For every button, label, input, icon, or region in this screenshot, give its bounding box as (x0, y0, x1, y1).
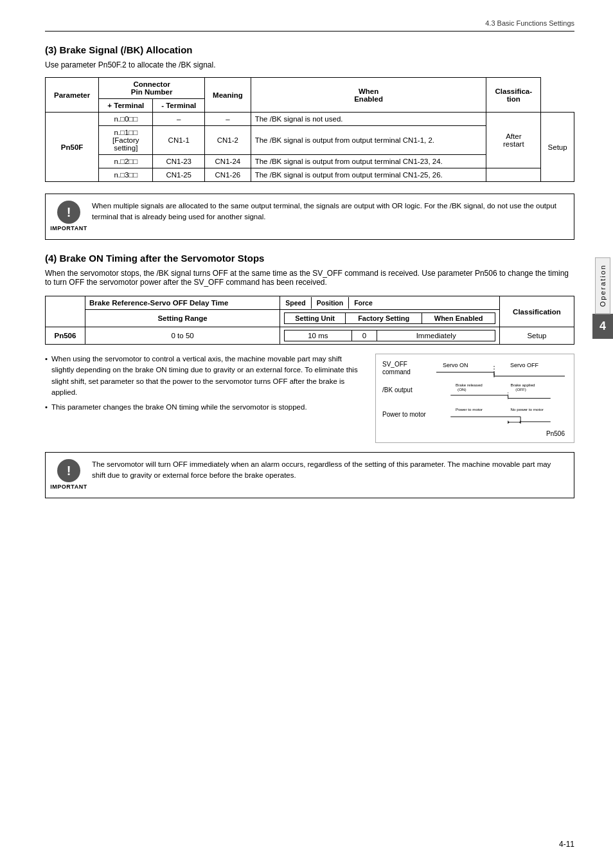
important-label-2: IMPORTANT (50, 484, 87, 490)
important-text-1: When multiple signals are allocated to t… (92, 201, 565, 223)
important-icon-1: ! IMPORTANT (55, 201, 83, 233)
row3-meaning: The /BK signal is output from output ter… (251, 168, 486, 182)
header-text: 4.3 Basic Functions Settings (485, 19, 574, 27)
pn506-th-range: Setting Range (85, 310, 280, 327)
td-unit: 10 ms (285, 330, 351, 341)
svg-text:(OFF): (OFF) (515, 387, 526, 392)
col-plus-terminal: + Terminal (99, 99, 153, 113)
inner-table: Setting Unit Factory Setting When Enable… (284, 312, 495, 324)
pn506-data-row-2: Pn506 0 to 50 10 ms 0 Immediately Setup (46, 327, 574, 345)
row2-meaning: The /BK signal is output from output ter… (251, 155, 486, 168)
bullet-list: When using the servomotor to control a v… (45, 354, 362, 413)
td-when-enabled: Immediately (377, 330, 495, 341)
important-label-1: IMPORTANT (50, 225, 87, 231)
sv-off-label: SV_OFFcommand (382, 361, 434, 376)
sv-off-signal: Servo ON Servo OFF (434, 359, 567, 377)
row1-setting: n.□1□□[Factorysetting] (99, 126, 153, 155)
page: 4.3 Basic Functions Settings (3) Brake S… (0, 0, 613, 868)
row0-meaning: The /BK signal is not used. (251, 113, 486, 126)
row3-when-enabled (486, 168, 541, 182)
side-tab: Operation 4 (592, 257, 613, 339)
col-meaning: Meaning (205, 78, 251, 113)
bk-label: /BK output (382, 386, 434, 394)
pn506-table-inner: Brake Reference-Servo OFF Delay Time Spe… (45, 296, 574, 345)
bullet-item-2: This parameter changes the brake ON timi… (45, 402, 362, 413)
svg-text:Brake applied: Brake applied (511, 383, 536, 387)
pn506-td-class: Setup (499, 327, 574, 345)
bullet-item-1: When using the servomotor to control a v… (45, 354, 362, 398)
col-minus-terminal: - Terminal (153, 99, 205, 113)
page-number: 4-11 (559, 840, 574, 849)
pn506-th-class: Classification (499, 296, 574, 327)
sv-off-svg: Servo ON Servo OFF (434, 359, 567, 377)
col-parameter: Parameter (46, 78, 99, 113)
pn506-th-desc: Brake Reference-Servo OFF Delay Time (85, 296, 280, 310)
col-connector: ConnectorPin Number (99, 78, 205, 99)
pn506-td-range: 0 to 50 (85, 327, 280, 345)
row3-plus: CN1-25 (153, 168, 205, 182)
row2-setting: n.□2□□ (99, 155, 153, 168)
pn506-td-rest: 10 ms 0 Immediately (280, 327, 500, 345)
pn506-table-wrapper: Brake Reference-Servo OFF Delay Time Spe… (45, 296, 574, 345)
row2-minus: CN1-24 (205, 155, 251, 168)
svg-marker-14 (519, 421, 520, 423)
timing-row-sv-off: SV_OFFcommand Servo ON Servo OFF (382, 359, 567, 377)
section3-title: (3) Brake Signal (/BK) Allocation (45, 44, 574, 55)
side-tab-label: Operation (595, 257, 610, 314)
table-row: n.□3□□ CN1-25 CN1-26 The /BK signal is o… (46, 168, 574, 182)
pn50f-table-wrapper: Parameter ConnectorPin Number Meaning Wh… (45, 77, 574, 182)
pn506-diagram-label: Pn506 (382, 430, 567, 437)
row2-plus: CN1-23 (153, 155, 205, 168)
inner-enabled: When Enabled (422, 313, 495, 324)
pn506-th-spf: Speed Position Force (280, 296, 500, 310)
exclamation-icon: ! (57, 201, 80, 224)
bk-svg: Brake released (ON) Brake applied (OFF) (434, 381, 567, 399)
pn506-th-unit-factory-enabled: Setting Unit Factory Setting When Enable… (280, 310, 500, 327)
section4-title: (4) Brake ON Timing after the Servomotor… (45, 253, 574, 264)
section4-content: When using the servomotor to control a v… (45, 354, 574, 443)
inner-data-table: 10 ms 0 Immediately (284, 330, 495, 341)
col-classification: Classifica-tion (486, 78, 541, 113)
power-signal: Power to motor No power to motor (434, 406, 567, 424)
side-tab-number: 4 (592, 314, 613, 339)
col-when-enabled: WhenEnabled (251, 78, 486, 113)
svg-text:Servo ON: Servo ON (443, 362, 468, 368)
important-icon-2: ! IMPORTANT (55, 459, 83, 491)
row3-setting: n.□3□□ (99, 168, 153, 182)
section4-right: SV_OFFcommand Servo ON Servo OFF (375, 354, 574, 443)
important-box-1: ! IMPORTANT When multiple signals are al… (45, 194, 574, 240)
row1-plus: CN1-1 (153, 126, 205, 155)
important-box-2: ! IMPORTANT The servomotor will turn OFF… (45, 452, 574, 498)
row3-minus: CN1-26 (205, 168, 251, 182)
pn50f-label: Pn50F (46, 113, 99, 182)
page-header: 4.3 Basic Functions Settings (45, 19, 574, 32)
svg-text:No power to motor: No power to motor (511, 407, 544, 411)
table-row: Pn50F n.□0□□ – – The /BK signal is not u… (46, 113, 574, 126)
section3-subtitle: Use parameter Pn50F.2 to allocate the /B… (45, 60, 574, 69)
pn50f-table: Parameter ConnectorPin Number Meaning Wh… (45, 77, 574, 182)
svg-text:Power to motor: Power to motor (456, 407, 483, 411)
important-text-2: The servomotor will turn OFF immediately… (92, 459, 565, 482)
power-svg: Power to motor No power to motor (434, 406, 567, 424)
classification-cell: Setup (541, 113, 574, 182)
timing-row-power: Power to motor Power to motor No power t… (382, 403, 567, 426)
exclamation-icon-2: ! (57, 459, 80, 482)
svg-text:Servo OFF: Servo OFF (510, 362, 539, 368)
pn506-th-label (46, 296, 85, 327)
power-label: Power to motor (382, 411, 434, 419)
svg-text:Brake released: Brake released (456, 383, 483, 387)
row0-plus: – (153, 113, 205, 126)
pn506-td-label: Pn506 (46, 327, 85, 345)
section4-intro: When the servomotor stops, the /BK signa… (45, 269, 574, 287)
timing-row-bk: /BK output Brake released (ON) Brake app… (382, 381, 567, 399)
section4-left: When using the servomotor to control a v… (45, 354, 362, 443)
bk-signal: Brake released (ON) Brake applied (OFF) (434, 381, 567, 399)
row1-meaning: The /BK signal is output from output ter… (251, 126, 486, 155)
timing-diagram: SV_OFFcommand Servo ON Servo OFF (375, 354, 574, 443)
row1-minus: CN1-2 (205, 126, 251, 155)
row0-minus: – (205, 113, 251, 126)
inner-factory: Factory Setting (345, 313, 422, 324)
svg-text:(ON): (ON) (458, 387, 466, 392)
svg-marker-13 (508, 421, 510, 423)
when-enabled-cell: Afterrestart (486, 113, 541, 168)
